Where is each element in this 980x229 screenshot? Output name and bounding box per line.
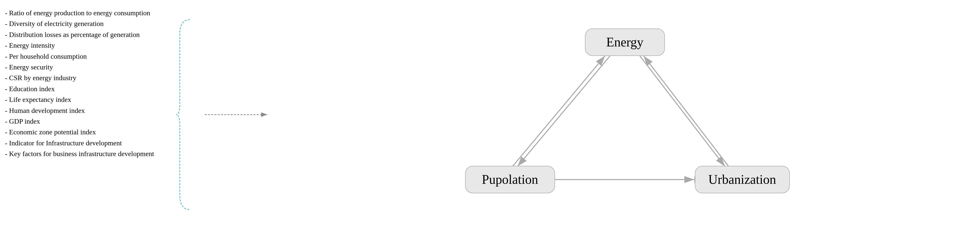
list-item: - Human development index <box>5 105 165 116</box>
list-item: - Life expectancy index <box>5 94 165 105</box>
list-item: - Indicator for Infrastructure developme… <box>5 138 165 148</box>
list-item: - GDP index <box>5 116 165 127</box>
urbanization-node: Urbanization <box>695 166 790 193</box>
connector-svg <box>202 107 272 122</box>
svg-line-5 <box>512 56 605 166</box>
svg-line-7 <box>644 56 729 166</box>
list-item: - Ratio of energy production to energy c… <box>5 8 165 18</box>
energy-node: Energy <box>585 29 665 56</box>
list-item: - Diversity of electricity generation <box>5 18 165 29</box>
svg-line-4 <box>518 56 610 166</box>
energy-label: Energy <box>606 35 643 49</box>
arrow-connector <box>200 0 275 229</box>
triangle-diagram: Energy Pupolation Urbanization <box>440 21 815 208</box>
svg-line-6 <box>640 56 725 166</box>
list-item: - Per household consumption <box>5 51 165 62</box>
indicator-list: - Ratio of energy production to energy c… <box>5 8 165 159</box>
list-item: - Education index <box>5 83 165 94</box>
list-item: - Energy intensity <box>5 40 165 51</box>
list-item: - Economic zone potential index <box>5 127 165 137</box>
list-item: - Key factors for business infrastructur… <box>5 148 165 159</box>
list-item: - Distribution losses as percentage of g… <box>5 29 165 40</box>
list-item: - CSR by energy industry <box>5 72 165 83</box>
bullet-list-panel: - Ratio of energy production to energy c… <box>0 0 170 229</box>
urbanization-label: Urbanization <box>708 172 776 187</box>
population-node: Pupolation <box>465 166 555 193</box>
brace-area <box>170 0 200 229</box>
diagram-area: Energy Pupolation Urbanization <box>275 0 980 229</box>
population-label: Pupolation <box>482 172 538 187</box>
list-item: - Energy security <box>5 62 165 72</box>
brace-svg <box>175 15 195 215</box>
